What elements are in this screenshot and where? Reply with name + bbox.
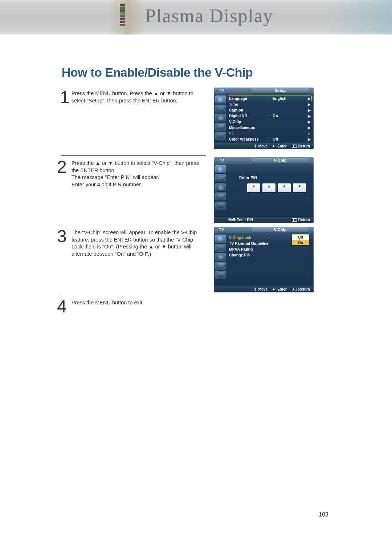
osd-menu-row: Miscellaneous▶ [229, 125, 311, 130]
header-banner: Plasma Display [0, 0, 392, 35]
osd-row-label: Digital NR [229, 114, 268, 118]
osd-menu-row: Time▶ [229, 101, 311, 107]
osd-sidebar-icon [215, 193, 226, 200]
osd-setup-title: Setup [251, 88, 309, 93]
osd-menu-row: Digital NR:On▶ [229, 113, 311, 119]
osd-pin-title: V-Chip [251, 158, 309, 163]
osd-row-colon: : [268, 96, 273, 101]
osd-menu-row: MPAA Rating [229, 246, 311, 252]
osd-setup-footer: Move Enter Return [214, 143, 314, 149]
step-2-line-1: Press the ▲ or ▼ button to select "V-Chi… [72, 160, 206, 174]
step-4-text: Press the MENU button to exit. [72, 299, 206, 307]
footer-enter-label: Enter [277, 287, 287, 291]
osd-menu-row: V-Chip Lock:OffOn [229, 235, 311, 240]
step-2-text: Press the ▲ or ▼ button to select "V-Chi… [72, 160, 206, 188]
osd-row-label: V-Chip Lock [229, 235, 268, 240]
footer-enter-pin-label: Enter PIN [237, 218, 253, 222]
step-1-text: Press the MENU button. Press the ▲ or ▼ … [72, 90, 206, 104]
osd-sidebar-icon [215, 262, 226, 270]
osd-vchip: TV V-Chip V-Chip Lock:OffOnTV Parental G… [214, 227, 314, 292]
rule-2 [61, 225, 206, 225]
osd-vchip-list: V-Chip Lock:OffOnTV Parental GuidelinesM… [228, 233, 314, 286]
step-3-text: The "V-Chip" screen will appear. To enab… [72, 229, 206, 258]
osd-row-label: Caption [229, 108, 268, 112]
caret-right-icon: ▶ [307, 131, 311, 135]
return-icon [292, 145, 297, 148]
osd-pin-body: Enter PIN * * * * [214, 164, 314, 216]
page-number: 103 [319, 511, 328, 518]
footer-return-label: Return [298, 144, 310, 148]
osd-vchip-body: V-Chip Lock:OffOnTV Parental GuidelinesM… [214, 233, 314, 286]
osd-pin-main: Enter PIN * * * * [228, 164, 314, 216]
caret-right-icon: ▶ [307, 102, 311, 106]
step-1-number: 1 [60, 87, 70, 107]
osd-menu-row: TV Parental Guidelines [229, 240, 311, 246]
footer-return: Return [292, 218, 310, 222]
caret-right-icon: ▶ [307, 108, 311, 112]
footer-move: Move [254, 287, 268, 292]
footer-return-label: Return [298, 287, 310, 291]
step-2-line-2: The message "Enter PIN" will appear. [72, 174, 206, 181]
return-icon [292, 288, 297, 291]
osd-row-value: English [273, 96, 307, 101]
osd-row-value: On [273, 114, 307, 118]
osd-pin-footer: Enter PIN Return [214, 216, 314, 223]
pin-digit: * [293, 183, 306, 192]
osd-setup-header: TV Setup [214, 88, 314, 94]
osd-vchip-footer: Move Enter Return [214, 286, 314, 292]
pin-boxes: * * * * [247, 183, 311, 192]
osd-menu-row: PC▶ [229, 130, 311, 136]
osd-row-value: Off [273, 137, 307, 141]
osd-sidebar [214, 233, 228, 286]
osd-row-label: Miscellaneous [229, 125, 268, 130]
osd-setup-list: Language:English▶Time▶Caption▶Digital NR… [228, 94, 314, 143]
move-icon [254, 144, 257, 149]
osd-menu-row: Color Weakness:Off▶ [229, 136, 311, 142]
caret-right-icon: ▶ [307, 137, 311, 141]
pin-digit: * [278, 183, 291, 192]
step-3-number: 3 [57, 226, 67, 246]
osd-sidebar-icon [215, 253, 226, 261]
pin-digit: * [247, 183, 260, 192]
footer-return: Return [292, 287, 310, 291]
footer-return: Return [292, 144, 310, 148]
osd-sidebar-icon [215, 96, 226, 104]
step-1-paragraph: Press the MENU button. Press the ▲ or ▼ … [72, 90, 206, 104]
osd-sidebar-icon [215, 105, 226, 113]
osd-row-label: V-Chip [229, 119, 268, 124]
osd-row-label: Color Weakness [229, 137, 268, 141]
step-2: 2 Press the ▲ or ▼ button to select "V-C… [61, 160, 206, 188]
osd-row-colon: : [268, 114, 273, 118]
osd-sidebar [214, 164, 228, 216]
banner-accent-right [327, 0, 392, 35]
osd-sidebar-icon [215, 132, 226, 140]
footer-move: Move [254, 144, 268, 149]
osd-row-label: Change PIN [229, 253, 268, 257]
osd-row-label: MPAA Rating [229, 247, 268, 251]
osd-menu-row: Language:English▶ [228, 96, 312, 101]
number-icon [228, 218, 235, 222]
footer-enter: Enter [273, 287, 287, 292]
footer-enter-label: Enter [277, 144, 287, 148]
caret-right-icon: ▶ [307, 114, 311, 118]
osd-vchip-title: V-Chip [251, 227, 309, 232]
step-2-line-3: Enter your 4 digit PIN number. [72, 181, 206, 189]
pin-digit: * [262, 183, 275, 192]
step-3-paragraph: The "V-Chip" screen will appear. To enab… [72, 229, 206, 258]
osd-pin-header: TV V-Chip [214, 157, 314, 164]
move-icon [254, 287, 257, 292]
osd-setup-body: Language:English▶Time▶Caption▶Digital NR… [214, 94, 314, 143]
banner-title: Plasma Display [145, 5, 273, 27]
osd-sidebar-icon [215, 244, 226, 252]
osd-sidebar-icon [215, 183, 226, 191]
osd-sidebar-icon [215, 123, 226, 131]
footer-return-label: Return [298, 218, 310, 222]
osd-tv-label: TV [219, 227, 224, 232]
step-4: 4 Press the MENU button to exit. [61, 299, 206, 307]
osd-row-label: Time [229, 102, 268, 106]
osd-sidebar-icon [215, 174, 226, 182]
rule-1 [61, 155, 206, 156]
step-3: 3 The "V-Chip" screen will appear. To en… [61, 229, 206, 258]
page-title: How to Enable/Disable the V-Chip [62, 65, 253, 80]
caret-right-icon: ▶ [307, 97, 311, 101]
